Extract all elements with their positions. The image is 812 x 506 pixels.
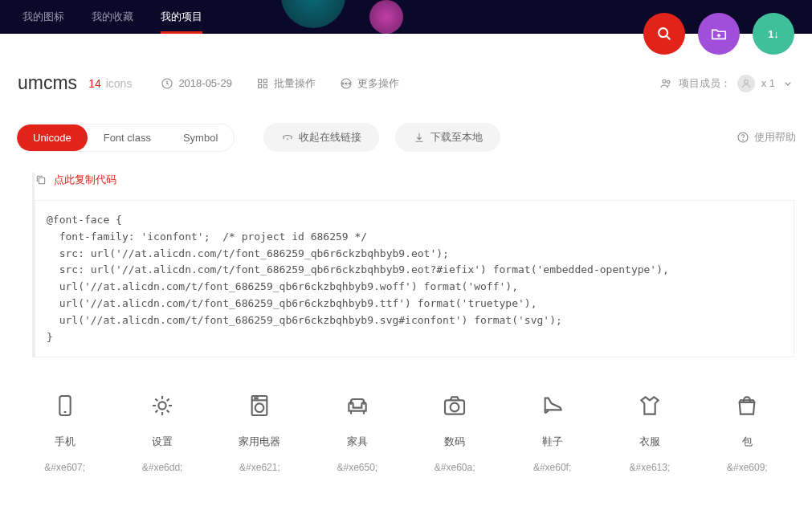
nav-tab-1[interactable]: 我的收藏	[92, 0, 133, 34]
folder-plus-icon	[710, 25, 728, 43]
svg-rect-18	[39, 178, 44, 183]
help-link[interactable]: 使用帮助	[737, 130, 796, 145]
new-project-button[interactable]	[698, 13, 740, 55]
format-tabs: UnicodeFont classSymbol	[16, 124, 235, 152]
icon-name: 鞋子	[542, 435, 563, 449]
svg-point-0	[659, 28, 667, 37]
icon-name: 家具	[347, 435, 368, 449]
more-icon	[340, 77, 353, 90]
members-area[interactable]: 项目成员： x 1	[659, 75, 794, 92]
icons-label: icons	[106, 77, 133, 90]
icon-grid: 手机&#xe607;设置&#xe6dd;家用电器&#xe621;家具&#xe65…	[0, 357, 812, 489]
icon-name: 衣服	[639, 435, 660, 449]
icon-name: 包	[742, 435, 753, 449]
sofa-icon	[345, 390, 370, 422]
nav-tab-2[interactable]: 我的项目	[161, 0, 202, 34]
top-nav: 我的图标我的收藏我的项目 1↓	[0, 0, 812, 34]
help-label: 使用帮助	[754, 130, 796, 145]
svg-point-11	[349, 83, 350, 84]
icon-code: &#xe60f;	[533, 462, 571, 473]
icon-cell-shoe[interactable]: 鞋子&#xe60f;	[504, 390, 601, 473]
icon-cell-shirt[interactable]: 衣服&#xe613;	[601, 390, 698, 473]
svg-point-12	[341, 79, 351, 88]
members-icon	[659, 77, 672, 90]
collapse-link-button[interactable]: 收起在线链接	[263, 123, 379, 152]
search-icon	[655, 25, 673, 43]
help-icon	[737, 131, 749, 144]
svg-line-1	[667, 36, 671, 40]
decor-circle-magenta	[369, 0, 403, 34]
washer-icon	[247, 390, 272, 422]
shirt-icon	[637, 390, 663, 422]
members-count: x 1	[761, 77, 775, 89]
title-actions: 2018-05-29 批量操作 更多操作	[161, 76, 399, 91]
date-display: 2018-05-29	[161, 77, 232, 90]
icon-code: &#xe613;	[630, 462, 671, 473]
batch-label: 批量操作	[274, 76, 316, 91]
code-block[interactable]: @font-face { font-family: 'iconfont'; /*…	[35, 200, 794, 357]
grid-icon	[256, 77, 269, 90]
svg-rect-6	[263, 79, 267, 82]
icon-cell-gear[interactable]: 设置&#xe6dd;	[113, 390, 210, 473]
more-action[interactable]: 更多操作	[340, 76, 399, 91]
title-bar: umcms 14 icons 2018-05-29 批量操作 更多操作 项目成员…	[0, 72, 812, 94]
icon-name: 手机	[55, 435, 75, 449]
format-tab-symbol[interactable]: Symbol	[167, 124, 234, 151]
nav-tabs: 我的图标我的收藏我的项目	[22, 0, 202, 34]
icon-cell-phone[interactable]: 手机&#xe607;	[16, 390, 113, 473]
clock-icon	[161, 77, 173, 90]
chevron-down-icon	[781, 77, 794, 90]
copy-label: 点此复制代码	[54, 173, 116, 187]
format-tab-font-class[interactable]: Font class	[88, 124, 167, 151]
batch-action[interactable]: 批量操作	[256, 76, 316, 91]
icon-cell-sofa[interactable]: 家具&#xe650;	[308, 390, 406, 473]
icon-code: &#xe607;	[44, 462, 85, 473]
svg-point-17	[743, 140, 744, 141]
icon-code: &#xe650;	[337, 462, 377, 473]
avatar-icon	[741, 78, 752, 89]
copy-icon	[35, 173, 47, 186]
svg-point-10	[345, 83, 347, 84]
camera-icon	[442, 390, 467, 422]
bag-icon	[734, 390, 760, 422]
avatar	[737, 75, 755, 92]
date-text: 2018-05-29	[178, 77, 232, 89]
icon-name: 设置	[152, 435, 173, 449]
icon-name: 数码	[444, 435, 465, 449]
search-button[interactable]	[643, 13, 685, 55]
svg-rect-8	[263, 84, 267, 88]
sort-icon: 1↓	[768, 28, 779, 40]
project-title: umcms	[18, 72, 77, 94]
phone-icon	[52, 390, 78, 422]
svg-rect-5	[259, 79, 262, 82]
icon-cell-bag[interactable]: 包&#xe609;	[699, 390, 796, 473]
controls-row: UnicodeFont classSymbol 收起在线链接 下载至本地 使用帮…	[0, 123, 812, 152]
svg-point-15	[744, 80, 748, 84]
icon-cell-washer[interactable]: 家用电器&#xe621;	[211, 390, 308, 473]
icon-code: &#xe621;	[239, 462, 280, 473]
shoe-icon	[540, 390, 565, 422]
icon-code: &#xe609;	[727, 462, 768, 473]
svg-point-14	[667, 80, 669, 83]
icon-code: &#xe60a;	[435, 462, 475, 473]
download-button[interactable]: 下载至本地	[395, 123, 500, 152]
icon-code: &#xe6dd;	[142, 462, 183, 473]
nav-tab-0[interactable]: 我的图标	[22, 0, 64, 34]
code-section: 点此复制代码 @font-face { font-family: 'iconfo…	[32, 173, 794, 357]
icon-cell-camera[interactable]: 数码&#xe60a;	[406, 390, 504, 473]
svg-point-9	[342, 83, 344, 84]
icon-name: 家用电器	[239, 435, 280, 449]
format-tab-unicode[interactable]: Unicode	[17, 124, 88, 151]
decor-circle-teal	[281, 0, 345, 28]
svg-point-13	[663, 80, 666, 83]
collapse-link-label: 收起在线链接	[299, 130, 361, 145]
eye-closed-icon	[281, 131, 294, 144]
svg-rect-7	[259, 84, 262, 88]
icon-count: 14	[88, 77, 101, 90]
round-actions: 1↓	[643, 13, 794, 55]
sort-button[interactable]: 1↓	[753, 13, 794, 55]
download-label: 下载至本地	[430, 130, 483, 145]
gear-icon	[149, 390, 175, 422]
download-icon	[413, 131, 426, 144]
copy-code-link[interactable]: 点此复制代码	[35, 173, 794, 187]
